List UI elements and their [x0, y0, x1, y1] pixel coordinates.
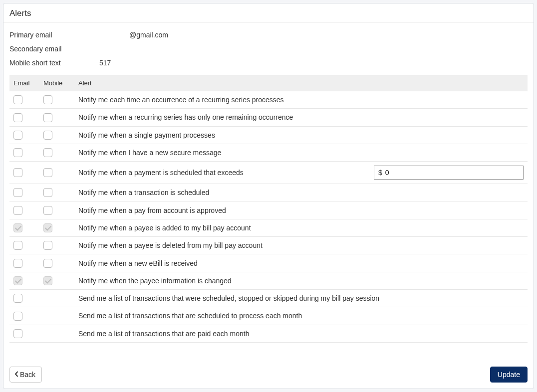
- email-checkbox-recurring-last[interactable]: [13, 113, 22, 122]
- email-checkbox-payee-changed: [13, 276, 22, 285]
- primary-email-value: @gmail.com: [129, 31, 168, 39]
- currency-prefix: $: [374, 169, 385, 177]
- col-mobile: Mobile: [39, 75, 74, 91]
- mobile-short-label: Mobile short text: [9, 59, 99, 67]
- alert-text: Notify me when the payee information is …: [74, 272, 528, 289]
- table-row: Notify me when a payee is deleted from m…: [9, 237, 528, 254]
- col-email: Email: [9, 75, 39, 91]
- mobile-checkbox-payee-changed: [43, 276, 52, 285]
- secondary-email-row: Secondary email: [9, 42, 528, 56]
- alert-text: Notify me each time an occurrence of a r…: [74, 91, 528, 109]
- secondary-email-label: Secondary email: [9, 45, 99, 53]
- email-checkbox-payee-added: [13, 223, 22, 232]
- update-button[interactable]: Update: [490, 367, 528, 383]
- col-alert: Alert: [74, 75, 528, 91]
- mobile-checkbox-recurring-process[interactable]: [43, 95, 52, 104]
- alert-text: Notify me when a single payment processe…: [74, 126, 528, 144]
- alert-text: Notify me when a payee is added to my bi…: [74, 219, 528, 236]
- contact-info: Primary email @gmail.com Secondary email…: [3, 23, 534, 75]
- mobile-checkbox-payment-exceeds[interactable]: [43, 168, 52, 177]
- mobile-checkbox-single-payment[interactable]: [43, 131, 52, 140]
- table-row: Notify me when a single payment processe…: [9, 126, 528, 144]
- table-row: Notify me when the payee information is …: [9, 272, 528, 289]
- table-header-row: Email Mobile Alert: [9, 75, 528, 91]
- table-row: Notify me when a recurring series has on…: [9, 109, 528, 126]
- alert-text: Notify me when a payee is deleted from m…: [74, 237, 528, 254]
- page-title: Alerts: [3, 3, 534, 23]
- alert-text: Send me a list of transactions that are …: [74, 325, 528, 342]
- email-checkbox-payee-deleted[interactable]: [13, 241, 22, 250]
- email-checkbox-payment-exceeds[interactable]: [13, 168, 22, 177]
- alert-text: Send me a list of transactions that were…: [74, 289, 528, 307]
- table-row: Send me a list of transactions that were…: [9, 289, 528, 307]
- table-row: Notify me when a transaction is schedule…: [9, 184, 528, 201]
- table-row: Notify me when a pay from account is app…: [9, 201, 528, 219]
- alert-text: Notify me when a transaction is schedule…: [74, 184, 528, 201]
- email-checkbox-txn-scheduled[interactable]: [13, 188, 22, 197]
- alert-text: Notify me when a new eBill is received: [74, 254, 528, 272]
- email-checkbox-session-list[interactable]: [13, 294, 22, 303]
- mobile-checkbox-secure-message[interactable]: [43, 148, 52, 157]
- primary-email-row: Primary email @gmail.com: [9, 28, 528, 42]
- email-checkbox-payfrom-approved[interactable]: [13, 206, 22, 215]
- amount-field-payment-exceeds[interactable]: $: [374, 166, 524, 180]
- mobile-short-value: 517: [99, 59, 111, 67]
- mobile-short-row: Mobile short text 517: [9, 56, 528, 70]
- amount-input-payment-exceeds[interactable]: [385, 169, 523, 177]
- email-checkbox-single-payment[interactable]: [13, 131, 22, 140]
- email-checkbox-monthly-scheduled[interactable]: [13, 312, 22, 321]
- email-checkbox-secure-message[interactable]: [13, 148, 22, 157]
- table-row: Notify me when a new eBill is received: [9, 254, 528, 272]
- alert-text: Notify me when a pay from account is app…: [74, 201, 528, 219]
- mobile-checkbox-payee-added: [43, 223, 52, 232]
- mobile-checkbox-recurring-last[interactable]: [43, 113, 52, 122]
- alert-text: Send me a list of transactions that are …: [74, 307, 528, 325]
- mobile-checkbox-txn-scheduled[interactable]: [43, 188, 52, 197]
- table-row: Notify me each time an occurrence of a r…: [9, 91, 528, 109]
- alerts-table: Email Mobile Alert Notify me each time a…: [9, 75, 528, 343]
- back-button[interactable]: Back: [9, 367, 42, 383]
- email-checkbox-monthly-paid[interactable]: [13, 329, 22, 338]
- alert-text: Notify me when a recurring series has on…: [74, 109, 528, 126]
- alert-text: Notify me when a payment is scheduled th…: [78, 169, 244, 177]
- table-row: Send me a list of transactions that are …: [9, 307, 528, 325]
- chevron-left-icon: [14, 371, 19, 379]
- primary-email-label: Primary email: [9, 31, 99, 39]
- mobile-checkbox-payfrom-approved[interactable]: [43, 206, 52, 215]
- update-button-label: Update: [498, 371, 520, 379]
- mobile-checkbox-ebill-received[interactable]: [43, 259, 52, 268]
- alert-text: Notify me when I have a new secure messa…: [74, 144, 528, 161]
- table-row: Send me a list of transactions that are …: [9, 325, 528, 342]
- table-row: Notify me when I have a new secure messa…: [9, 144, 528, 161]
- back-button-label: Back: [20, 371, 35, 379]
- table-row: Notify me when a payment is scheduled th…: [9, 162, 528, 184]
- footer: Back Update: [9, 367, 528, 383]
- email-checkbox-ebill-received[interactable]: [13, 259, 22, 268]
- table-row: Notify me when a payee is added to my bi…: [9, 219, 528, 236]
- email-checkbox-recurring-process[interactable]: [13, 95, 22, 104]
- mobile-checkbox-payee-deleted[interactable]: [43, 241, 52, 250]
- alerts-panel: Alerts Primary email @gmail.com Secondar…: [3, 3, 534, 389]
